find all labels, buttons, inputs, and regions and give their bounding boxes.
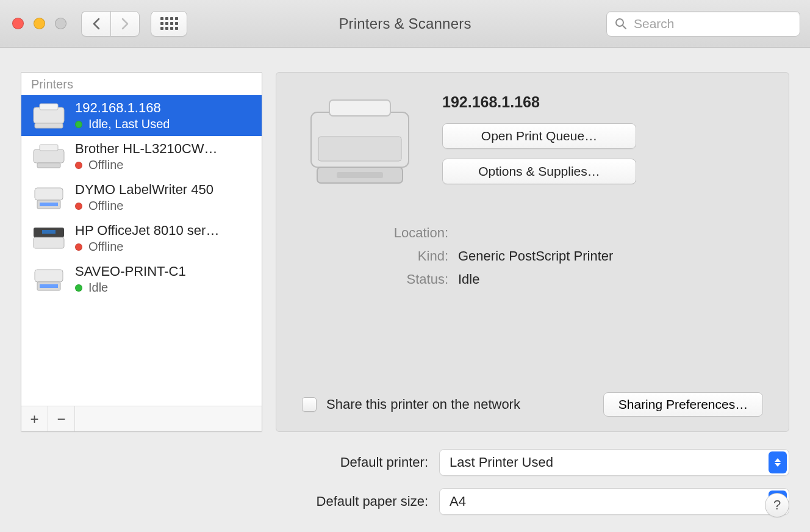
printers-list: 192.168.1.168 Idle, Last Used B <box>21 95 262 406</box>
status-value: Idle <box>458 271 763 287</box>
default-paper-size-select[interactable]: A4 <box>439 488 789 515</box>
printer-icon <box>30 265 68 294</box>
remove-printer-button[interactable]: − <box>48 406 75 431</box>
printer-icon <box>30 101 68 131</box>
svg-point-0 <box>616 19 623 26</box>
printer-detail-pane: 192.168.1.168 Open Print Queue… Options … <box>276 72 789 432</box>
printer-name: Brother HL-L3210CW… <box>75 141 218 157</box>
status-label: Status: <box>302 271 448 287</box>
search-field-wrap <box>606 11 800 37</box>
printer-icon <box>30 142 68 171</box>
default-printer-label: Default printer: <box>276 455 439 470</box>
svg-rect-10 <box>40 203 58 206</box>
printer-name: HP OfficeJet 8010 ser… <box>75 223 219 239</box>
svg-rect-14 <box>35 270 63 282</box>
search-icon <box>615 18 627 30</box>
svg-rect-7 <box>37 163 60 168</box>
kind-value: Generic PostScript Printer <box>458 248 763 264</box>
back-button[interactable] <box>81 11 110 37</box>
show-all-prefs-button[interactable] <box>151 11 187 37</box>
svg-rect-21 <box>337 172 383 178</box>
default-printer-value: Last Printer Used <box>450 455 553 470</box>
svg-rect-4 <box>35 123 63 128</box>
printer-item[interactable]: SAVEO-PRINT-C1 Idle <box>21 259 262 300</box>
main-content: Printers 192.168.1.168 Idle, Last Used <box>0 48 810 532</box>
printers-sidebar: Printers 192.168.1.168 Idle, Last Used <box>21 72 262 432</box>
default-paper-size-value: A4 <box>450 494 466 509</box>
svg-line-1 <box>623 26 626 29</box>
printers-list-header: Printers <box>21 73 262 95</box>
share-printer-row: Share this printer on the network Sharin… <box>302 392 763 417</box>
status-dot-icon <box>75 121 82 128</box>
svg-rect-5 <box>34 149 64 163</box>
printer-item[interactable]: HP OfficeJet 8010 ser… Offline <box>21 218 262 259</box>
detail-title: 192.168.1.168 <box>442 93 763 111</box>
nav-back-forward <box>81 11 140 37</box>
printer-item[interactable]: DYMO LabelWriter 450 Offline <box>21 177 262 218</box>
svg-rect-8 <box>35 188 63 200</box>
close-window-button[interactable] <box>12 18 24 29</box>
printer-name: SAVEO-PRINT-C1 <box>75 264 186 279</box>
window-titlebar: Printers & Scanners <box>0 0 810 48</box>
defaults-section: Default printer: Last Printer Used Defau… <box>276 449 789 527</box>
add-printer-button[interactable]: + <box>21 406 48 431</box>
printer-status: Offline <box>88 199 123 213</box>
printer-status: Idle <box>88 281 108 295</box>
printer-large-icon <box>302 91 418 195</box>
svg-rect-19 <box>318 137 401 161</box>
location-label: Location: <box>302 225 448 241</box>
zoom-window-button <box>55 18 66 29</box>
printer-info-grid: Location: Kind: Generic PostScript Print… <box>302 225 763 287</box>
printer-status: Offline <box>88 240 123 254</box>
status-dot-icon <box>75 284 82 292</box>
printer-status: Idle, Last Used <box>88 117 170 131</box>
printer-icon <box>30 224 68 253</box>
printer-item[interactable]: Brother HL-L3210CW… Offline <box>21 136 262 177</box>
traffic-lights <box>12 18 66 29</box>
status-dot-icon <box>75 203 82 210</box>
chevron-right-icon <box>121 18 129 30</box>
printers-list-footer: + − <box>21 406 262 431</box>
minimize-window-button[interactable] <box>34 18 45 29</box>
status-dot-icon <box>75 162 82 169</box>
svg-rect-12 <box>34 237 64 248</box>
printer-icon <box>30 183 68 212</box>
svg-rect-3 <box>40 104 58 110</box>
sharing-preferences-button[interactable]: Sharing Preferences… <box>603 392 763 417</box>
svg-rect-18 <box>329 100 390 116</box>
svg-rect-6 <box>40 145 58 151</box>
select-stepper-icon <box>769 451 787 473</box>
printer-item-selected[interactable]: 192.168.1.168 Idle, Last Used <box>21 95 262 136</box>
svg-rect-16 <box>40 284 58 288</box>
open-print-queue-button[interactable]: Open Print Queue… <box>442 123 636 149</box>
help-button[interactable]: ? <box>765 493 789 517</box>
search-input[interactable] <box>606 11 800 37</box>
forward-button[interactable] <box>110 11 140 37</box>
share-printer-label: Share this printer on the network <box>326 397 593 412</box>
grid-icon <box>160 17 178 30</box>
options-supplies-button[interactable]: Options & Supplies… <box>442 159 636 184</box>
printer-name: 192.168.1.168 <box>75 100 170 116</box>
status-dot-icon <box>75 243 82 251</box>
printer-name: DYMO LabelWriter 450 <box>75 182 213 198</box>
default-printer-select[interactable]: Last Printer Used <box>439 449 789 476</box>
printer-status: Offline <box>88 158 123 172</box>
svg-rect-13 <box>42 230 56 234</box>
default-paper-size-label: Default paper size: <box>276 494 439 509</box>
chevron-left-icon <box>92 18 101 30</box>
share-printer-checkbox[interactable] <box>302 397 317 412</box>
kind-label: Kind: <box>302 248 448 264</box>
